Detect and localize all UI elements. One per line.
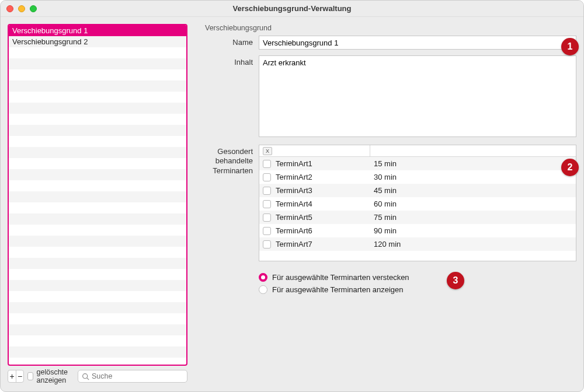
content-textarea[interactable]: Arzt erkrankt <box>259 55 576 137</box>
list-item[interactable] <box>9 180 186 191</box>
list-item[interactable] <box>9 236 186 247</box>
radio-hide-row[interactable]: Für ausgewählte Terminarten verstecken <box>259 273 576 282</box>
table-row[interactable]: TerminArt230 min <box>259 170 576 184</box>
list-item[interactable] <box>9 69 186 80</box>
row-checkbox[interactable] <box>263 227 271 235</box>
table-row[interactable]: TerminArt345 min <box>259 184 576 197</box>
list-item[interactable] <box>9 191 186 202</box>
row-duration: 15 min <box>370 159 576 168</box>
add-remove-buttons: + − <box>8 370 24 383</box>
list-item[interactable] <box>9 324 186 335</box>
list-item[interactable] <box>9 225 186 236</box>
radio-show-label: Für ausgewählte Terminarten anzeigen <box>272 285 404 294</box>
list-item[interactable] <box>9 114 186 125</box>
list-item[interactable] <box>9 302 186 313</box>
list-item[interactable] <box>9 47 186 58</box>
remove-button[interactable]: − <box>16 370 23 382</box>
svg-line-1 <box>87 377 89 379</box>
search-icon <box>82 373 89 380</box>
list-item[interactable] <box>9 103 186 114</box>
row-duration: 30 min <box>370 173 576 181</box>
detail-panel: Verschiebungsgrund Name 1 Inhalt Arzt er… <box>194 24 576 384</box>
search-field[interactable] <box>78 370 187 383</box>
row-duration: 45 min <box>370 186 576 195</box>
content-area: Verschiebungsgrund 1Verschiebungsgrund 2… <box>1 17 583 391</box>
window-title: Verschiebungsgrund-Verwaltung <box>1 4 583 13</box>
row-checkbox[interactable] <box>263 200 271 208</box>
list-item[interactable] <box>9 214 186 225</box>
list-item[interactable]: Verschiebungsgrund 1 <box>9 25 186 36</box>
form: Name 1 Inhalt Arzt erkrankt Gesondert <box>194 36 576 294</box>
show-deleted-label: gelöschte anzeigen <box>37 368 74 384</box>
row-checkbox[interactable] <box>263 187 271 195</box>
row-name: TerminArt7 <box>276 240 312 249</box>
terminarten-label: Gesondert behandelte Terminarten <box>194 145 253 261</box>
list-item[interactable] <box>9 335 186 346</box>
row-checkbox[interactable] <box>263 214 271 222</box>
list-item[interactable] <box>9 58 186 69</box>
list-item[interactable] <box>9 158 186 169</box>
section-title: Verschiebungsgrund <box>205 24 576 32</box>
list-item[interactable] <box>9 147 186 158</box>
row-checkbox[interactable] <box>263 173 271 181</box>
reason-list[interactable]: Verschiebungsgrund 1Verschiebungsgrund 2 <box>8 24 187 366</box>
clear-selection-button[interactable]: X <box>263 147 272 155</box>
content-label: Inhalt <box>194 55 253 139</box>
annotation-badge-2: 2 <box>561 159 579 176</box>
row-name: TerminArt3 <box>276 186 312 195</box>
table-row[interactable]: TerminArt115 min <box>259 157 576 170</box>
list-item[interactable] <box>9 291 186 302</box>
table-header: X <box>259 145 576 157</box>
name-label: Name <box>194 36 253 50</box>
list-item[interactable] <box>9 313 186 324</box>
list-item[interactable] <box>9 169 186 180</box>
list-item[interactable] <box>9 346 186 358</box>
terminarten-row: Gesondert behandelte Terminarten X <box>194 145 576 261</box>
table-row[interactable] <box>259 251 576 257</box>
list-item[interactable] <box>9 269 186 280</box>
name-input[interactable] <box>259 36 576 50</box>
list-item[interactable]: Verschiebungsgrund 2 <box>9 36 186 47</box>
row-checkbox[interactable] <box>263 240 271 249</box>
table-header-col1[interactable]: X <box>259 145 370 156</box>
terminarten-label-l1: Gesondert <box>217 147 253 156</box>
svg-point-0 <box>83 373 88 378</box>
row-duration: 120 min <box>370 240 576 249</box>
row-duration: 75 min <box>370 213 576 222</box>
show-deleted-checkbox[interactable] <box>27 372 33 380</box>
search-input[interactable] <box>92 372 183 380</box>
list-item[interactable] <box>9 80 186 92</box>
row-name: TerminArt6 <box>276 226 312 235</box>
terminarten-label-l2: behandelte <box>215 156 253 165</box>
list-item[interactable] <box>9 202 186 214</box>
table-row[interactable]: TerminArt575 min <box>259 211 576 224</box>
visibility-radios: Für ausgewählte Terminarten verstecken F… <box>259 273 576 294</box>
row-checkbox[interactable] <box>263 160 271 168</box>
list-item[interactable] <box>9 258 186 269</box>
list-item[interactable] <box>9 280 186 291</box>
add-button[interactable]: + <box>8 370 16 382</box>
terminarten-table: X TerminArt115 minTerminArt230 minTermin… <box>259 145 576 261</box>
app-window: Verschiebungsgrund-Verwaltung Verschiebu… <box>0 0 584 392</box>
terminarten-label-l3: Terminarten <box>213 166 253 175</box>
row-duration: 90 min <box>370 226 576 235</box>
table-row[interactable]: TerminArt460 min <box>259 197 576 211</box>
row-name: TerminArt5 <box>276 213 312 222</box>
table-header-col2[interactable] <box>370 145 576 156</box>
row-name: TerminArt2 <box>276 173 312 181</box>
list-item[interactable] <box>9 247 186 258</box>
table-row[interactable]: TerminArt7120 min <box>259 237 576 251</box>
list-item[interactable] <box>9 125 186 136</box>
list-item[interactable] <box>9 92 186 103</box>
table-body[interactable]: TerminArt115 minTerminArt230 minTerminAr… <box>259 157 576 261</box>
table-row[interactable]: TerminArt690 min <box>259 224 576 237</box>
radio-show-row[interactable]: Für ausgewählte Terminarten anzeigen <box>259 285 576 294</box>
sidebar-footer: + − gelöschte anzeigen <box>8 366 187 384</box>
sidebar: Verschiebungsgrund 1Verschiebungsgrund 2… <box>8 24 187 384</box>
list-item[interactable] <box>9 136 186 147</box>
titlebar: Verschiebungsgrund-Verwaltung <box>1 1 583 17</box>
radio-show[interactable] <box>259 285 267 294</box>
annotation-badge-3: 3 <box>447 272 464 289</box>
row-name: TerminArt1 <box>276 159 312 168</box>
radio-hide[interactable] <box>259 273 267 282</box>
